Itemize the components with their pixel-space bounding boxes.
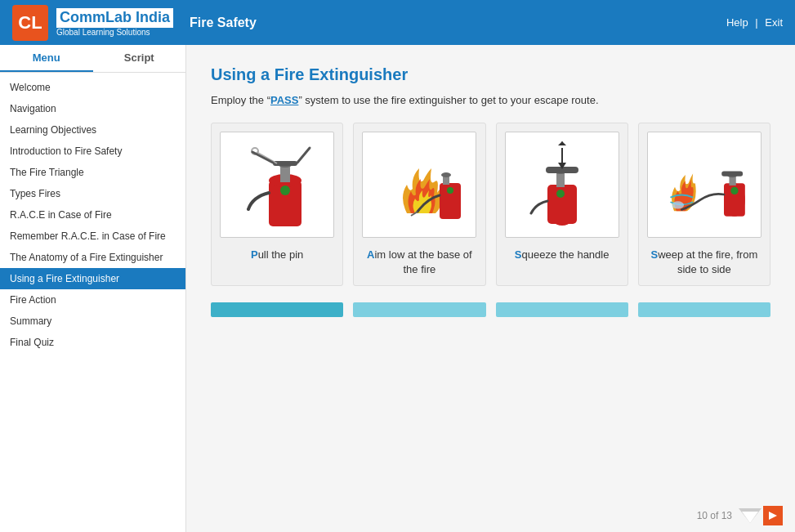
logo-icon: CL (12, 5, 48, 41)
content-inner: Using a Fire Extinguisher Employ the “PA… (186, 45, 795, 499)
main-layout: Menu Script WelcomeNavigationLearning Ob… (0, 45, 795, 532)
svg-point-24 (556, 190, 565, 198)
page-subtitle: Employ the “PASS” system to use the fire… (211, 94, 770, 106)
svg-line-6 (257, 152, 277, 163)
progress-seg-4 (638, 302, 770, 317)
sidebar-tabs: Menu Script (0, 45, 185, 73)
svg-marker-32 (769, 512, 777, 520)
exit-link[interactable]: Exit (765, 16, 783, 29)
content-area: Using a Fire Extinguisher Employ the “PA… (186, 45, 795, 532)
page-number-row: 10 of 13 (186, 499, 795, 532)
logo-text: CommLab India Global Learning Solutions (56, 8, 173, 37)
company-name: CommLab India (56, 8, 173, 28)
card-sweep: Sweep at the fire, from side to side (638, 123, 770, 286)
cards-container: Pull the pin (211, 123, 770, 286)
sidebar-item-the-anatomy-of-a-fire-extinguisher[interactable]: The Anatomy of a Fire Extinguisher (0, 247, 185, 268)
card-label-2: Aim low at the base of the fire (362, 248, 476, 277)
sidebar-item-introduction-to-fire-safety[interactable]: Introduction to Fire Safety (0, 141, 185, 162)
sidebar-item-welcome[interactable]: Welcome (0, 77, 185, 98)
sidebar-item-r.a.c.e-in-case-of-fire[interactable]: R.A.C.E in Case of Fire (0, 204, 185, 226)
progress-seg-2 (353, 302, 485, 317)
card-image-sweep (647, 132, 762, 238)
svg-point-31 (730, 187, 738, 194)
progress-bar (211, 302, 770, 317)
tab-menu[interactable]: Menu (0, 45, 93, 72)
svg-point-8 (280, 186, 290, 195)
company-tagline: Global Learning Solutions (56, 28, 173, 37)
sidebar-item-the-fire-triangle[interactable]: The Fire Triangle (0, 162, 185, 183)
page-number: 10 of 13 (697, 510, 732, 521)
sidebar-item-fire-action[interactable]: Fire Action (0, 289, 185, 311)
svg-rect-29 (721, 171, 743, 176)
svg-point-30 (672, 201, 684, 208)
pass-highlight: PASS (270, 94, 298, 106)
card-squeeze: Squeeze the handle (496, 123, 628, 286)
header: CL CommLab India Global Learning Solutio… (0, 0, 795, 45)
sidebar-item-navigation[interactable]: Navigation (0, 98, 185, 119)
svg-point-14 (447, 187, 453, 194)
course-title: Fire Safety (173, 16, 726, 30)
chevron-corner (739, 508, 762, 523)
header-links: Help | Exit (726, 16, 783, 29)
page-title: Using a Fire Extinguisher (211, 65, 770, 84)
card-label-1: Pull the pin (251, 248, 303, 262)
sidebar-item-types-fires[interactable]: Types Fires (0, 183, 185, 204)
progress-seg-1 (211, 302, 343, 317)
progress-seg-3 (496, 302, 628, 317)
card-label-4: Sweep at the fire, from side to side (647, 248, 762, 277)
sidebar-item-learning-objectives[interactable]: Learning Objectives (0, 119, 185, 141)
next-arrow-icon[interactable] (763, 506, 783, 525)
card-image-squeeze (505, 132, 619, 238)
tab-script[interactable]: Script (93, 45, 186, 72)
svg-point-12 (441, 172, 451, 177)
card-aim: Aim low at the base of the fire (353, 123, 485, 286)
sidebar: Menu Script WelcomeNavigationLearning Ob… (0, 45, 186, 532)
card-image-aim (362, 132, 476, 238)
sidebar-menu: WelcomeNavigationLearning ObjectivesIntr… (0, 73, 185, 532)
sidebar-item-final-quiz[interactable]: Final Quiz (0, 332, 185, 353)
sidebar-item-summary[interactable]: Summary (0, 311, 185, 332)
sidebar-item-using-a-fire-extinguisher[interactable]: Using a Fire Extinguisher (0, 268, 185, 289)
card-pull-pin: Pull the pin (211, 123, 343, 286)
card-label-3: Squeeze the handle (515, 248, 610, 262)
sidebar-item-remember-r.a.c.e.-in-case-of-fire[interactable]: Remember R.A.C.E. in Case of Fire (0, 226, 185, 247)
logo-area: CL CommLab India Global Learning Solutio… (12, 5, 173, 41)
svg-marker-23 (558, 141, 566, 145)
card-image-pull-pin (220, 132, 334, 238)
help-link[interactable]: Help (726, 16, 748, 29)
